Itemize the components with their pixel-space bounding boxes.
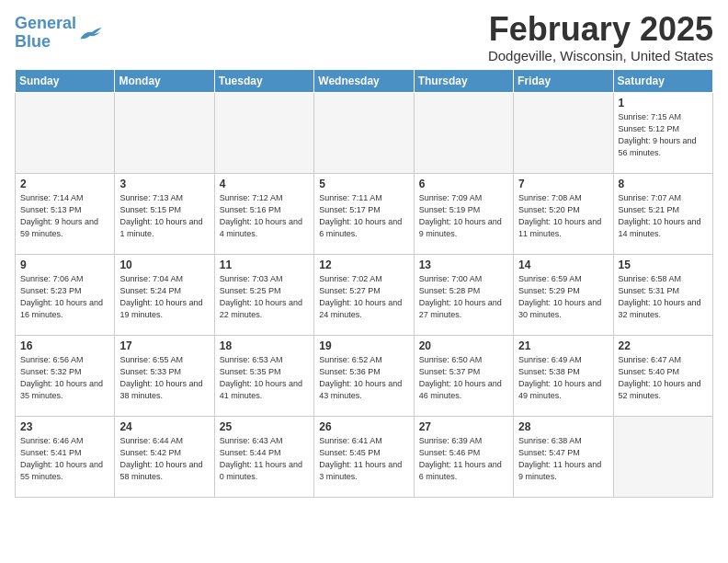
calendar-table: Sunday Monday Tuesday Wednesday Thursday… — [15, 69, 713, 498]
logo-bird-icon — [78, 24, 104, 42]
col-thursday: Thursday — [414, 69, 513, 92]
logo-general: General — [15, 14, 76, 32]
day-info: Sunrise: 6:46 AMSunset: 5:41 PMDaylight:… — [20, 435, 109, 483]
table-row: 28Sunrise: 6:38 AMSunset: 5:47 PMDayligh… — [514, 416, 613, 497]
day-number: 5 — [319, 178, 408, 190]
day-info: Sunrise: 6:43 AMSunset: 5:44 PMDaylight:… — [220, 435, 309, 483]
week-row-4: 16Sunrise: 6:56 AMSunset: 5:32 PMDayligh… — [16, 335, 713, 416]
week-row-2: 2Sunrise: 7:14 AMSunset: 5:13 PMDaylight… — [16, 173, 713, 254]
day-number: 3 — [119, 178, 209, 190]
day-info: Sunrise: 7:07 AMSunset: 5:21 PMDaylight:… — [619, 192, 708, 240]
day-number: 12 — [319, 259, 408, 271]
day-number: 7 — [518, 178, 608, 190]
col-tuesday: Tuesday — [214, 69, 313, 92]
day-number: 9 — [20, 259, 109, 271]
table-row: 23Sunrise: 6:46 AMSunset: 5:41 PMDayligh… — [16, 416, 115, 497]
table-row: 21Sunrise: 6:49 AMSunset: 5:38 PMDayligh… — [514, 335, 613, 416]
day-number: 17 — [119, 339, 209, 352]
header: General Blue February 2025 Dodgeville, W… — [15, 11, 713, 63]
calendar-header-row: Sunday Monday Tuesday Wednesday Thursday… — [16, 69, 713, 92]
col-friday: Friday — [514, 69, 613, 92]
table-row: 6Sunrise: 7:09 AMSunset: 5:19 PMDaylight… — [414, 173, 513, 254]
day-info: Sunrise: 7:13 AMSunset: 5:15 PMDaylight:… — [119, 192, 209, 240]
page-container: General Blue February 2025 Dodgeville, W… — [0, 0, 728, 505]
day-info: Sunrise: 7:15 AMSunset: 5:12 PMDaylight:… — [619, 111, 708, 159]
table-row — [115, 92, 214, 173]
day-info: Sunrise: 6:56 AMSunset: 5:32 PMDaylight:… — [20, 354, 109, 402]
week-row-3: 9Sunrise: 7:06 AMSunset: 5:23 PMDaylight… — [16, 254, 713, 335]
day-info: Sunrise: 7:14 AMSunset: 5:13 PMDaylight:… — [20, 192, 109, 240]
table-row: 8Sunrise: 7:07 AMSunset: 5:21 PMDaylight… — [613, 173, 712, 254]
col-sunday: Sunday — [16, 69, 115, 92]
logo-text: General Blue — [15, 15, 76, 52]
day-info: Sunrise: 6:58 AMSunset: 5:31 PMDaylight:… — [619, 273, 708, 321]
logo-blue: Blue — [15, 32, 51, 51]
day-info: Sunrise: 6:59 AMSunset: 5:29 PMDaylight:… — [518, 273, 608, 321]
table-row: 16Sunrise: 6:56 AMSunset: 5:32 PMDayligh… — [16, 335, 115, 416]
day-info: Sunrise: 6:49 AMSunset: 5:38 PMDaylight:… — [518, 354, 608, 402]
day-info: Sunrise: 7:03 AMSunset: 5:25 PMDaylight:… — [220, 273, 309, 321]
day-info: Sunrise: 7:02 AMSunset: 5:27 PMDaylight:… — [319, 273, 408, 321]
table-row: 18Sunrise: 6:53 AMSunset: 5:35 PMDayligh… — [214, 335, 313, 416]
day-info: Sunrise: 6:44 AMSunset: 5:42 PMDaylight:… — [119, 435, 209, 483]
day-info: Sunrise: 7:04 AMSunset: 5:24 PMDaylight:… — [119, 273, 209, 321]
table-row: 25Sunrise: 6:43 AMSunset: 5:44 PMDayligh… — [214, 416, 313, 497]
day-number: 28 — [518, 420, 608, 433]
day-number: 1 — [619, 97, 708, 109]
day-number: 26 — [319, 420, 408, 433]
table-row: 2Sunrise: 7:14 AMSunset: 5:13 PMDaylight… — [16, 173, 115, 254]
day-info: Sunrise: 6:53 AMSunset: 5:35 PMDaylight:… — [220, 354, 309, 402]
day-number: 16 — [20, 339, 109, 352]
table-row: 3Sunrise: 7:13 AMSunset: 5:15 PMDaylight… — [115, 173, 214, 254]
table-row: 5Sunrise: 7:11 AMSunset: 5:17 PMDaylight… — [314, 173, 414, 254]
month-title: February 2025 — [488, 11, 713, 48]
day-info: Sunrise: 7:00 AMSunset: 5:28 PMDaylight:… — [419, 273, 508, 321]
day-info: Sunrise: 7:08 AMSunset: 5:20 PMDaylight:… — [518, 192, 608, 240]
day-number: 13 — [419, 259, 508, 271]
table-row: 19Sunrise: 6:52 AMSunset: 5:36 PMDayligh… — [314, 335, 414, 416]
col-saturday: Saturday — [613, 69, 712, 92]
table-row — [314, 92, 414, 173]
table-row: 26Sunrise: 6:41 AMSunset: 5:45 PMDayligh… — [314, 416, 414, 497]
day-number: 23 — [20, 420, 109, 433]
table-row: 11Sunrise: 7:03 AMSunset: 5:25 PMDayligh… — [214, 254, 313, 335]
day-number: 2 — [20, 178, 109, 190]
day-number: 21 — [518, 339, 608, 352]
day-number: 10 — [119, 259, 209, 271]
day-number: 18 — [220, 339, 309, 352]
day-number: 15 — [619, 259, 708, 271]
table-row: 7Sunrise: 7:08 AMSunset: 5:20 PMDaylight… — [514, 173, 613, 254]
day-info: Sunrise: 7:09 AMSunset: 5:19 PMDaylight:… — [419, 192, 508, 240]
day-info: Sunrise: 6:41 AMSunset: 5:45 PMDaylight:… — [319, 435, 408, 483]
table-row: 15Sunrise: 6:58 AMSunset: 5:31 PMDayligh… — [613, 254, 712, 335]
location: Dodgeville, Wisconsin, United States — [488, 48, 713, 63]
day-number: 20 — [419, 339, 508, 352]
table-row: 12Sunrise: 7:02 AMSunset: 5:27 PMDayligh… — [314, 254, 414, 335]
day-number: 8 — [619, 178, 708, 190]
table-row: 10Sunrise: 7:04 AMSunset: 5:24 PMDayligh… — [115, 254, 214, 335]
day-info: Sunrise: 7:06 AMSunset: 5:23 PMDaylight:… — [20, 273, 109, 321]
day-number: 25 — [220, 420, 309, 433]
table-row: 24Sunrise: 6:44 AMSunset: 5:42 PMDayligh… — [115, 416, 214, 497]
day-number: 11 — [220, 259, 309, 271]
title-block: February 2025 Dodgeville, Wisconsin, Uni… — [488, 11, 713, 63]
day-number: 27 — [419, 420, 508, 433]
table-row — [514, 92, 613, 173]
table-row — [414, 92, 513, 173]
day-number: 22 — [619, 339, 708, 352]
week-row-1: 1Sunrise: 7:15 AMSunset: 5:12 PMDaylight… — [16, 92, 713, 173]
table-row: 17Sunrise: 6:55 AMSunset: 5:33 PMDayligh… — [115, 335, 214, 416]
table-row: 22Sunrise: 6:47 AMSunset: 5:40 PMDayligh… — [613, 335, 712, 416]
day-info: Sunrise: 6:50 AMSunset: 5:37 PMDaylight:… — [419, 354, 508, 402]
table-row — [214, 92, 313, 173]
table-row: 27Sunrise: 6:39 AMSunset: 5:46 PMDayligh… — [414, 416, 513, 497]
day-info: Sunrise: 6:55 AMSunset: 5:33 PMDaylight:… — [119, 354, 209, 402]
day-info: Sunrise: 6:47 AMSunset: 5:40 PMDaylight:… — [619, 354, 708, 402]
week-row-5: 23Sunrise: 6:46 AMSunset: 5:41 PMDayligh… — [16, 416, 713, 497]
day-number: 14 — [518, 259, 608, 271]
table-row: 1Sunrise: 7:15 AMSunset: 5:12 PMDaylight… — [613, 92, 712, 173]
logo: General Blue — [15, 15, 104, 52]
day-info: Sunrise: 6:39 AMSunset: 5:46 PMDaylight:… — [419, 435, 508, 483]
table-row: 4Sunrise: 7:12 AMSunset: 5:16 PMDaylight… — [214, 173, 313, 254]
col-wednesday: Wednesday — [314, 69, 414, 92]
